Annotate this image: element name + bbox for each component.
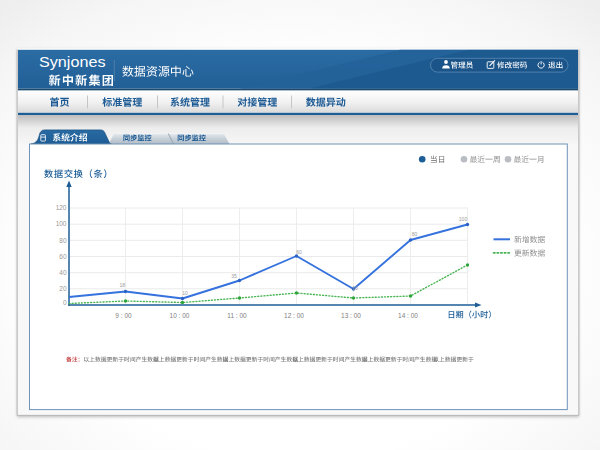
svg-text:80: 80 xyxy=(412,231,418,237)
svg-text:11 : 00: 11 : 00 xyxy=(227,312,247,319)
svg-text:0: 0 xyxy=(63,299,67,306)
svg-text:12 : 00: 12 : 00 xyxy=(284,312,304,319)
svg-text:35: 35 xyxy=(231,273,237,279)
svg-text:40: 40 xyxy=(59,269,67,276)
svg-text:100: 100 xyxy=(459,216,468,222)
svg-text:120: 120 xyxy=(56,204,67,211)
svg-text:60: 60 xyxy=(59,253,67,260)
svg-text:Synjones: Synjones xyxy=(39,54,106,70)
svg-text:10: 10 xyxy=(352,285,358,291)
svg-text:14 : 00: 14 : 00 xyxy=(398,312,418,319)
svg-text:60: 60 xyxy=(296,249,302,255)
svg-text:9 : 00: 9 : 00 xyxy=(115,312,132,319)
svg-text:18: 18 xyxy=(120,282,126,288)
svg-text:20: 20 xyxy=(59,285,67,292)
svg-text:100: 100 xyxy=(56,220,67,227)
svg-text:13 : 00: 13 : 00 xyxy=(341,312,361,319)
svg-text:80: 80 xyxy=(59,237,67,244)
svg-text:10 : 00: 10 : 00 xyxy=(170,312,190,319)
svg-text:10: 10 xyxy=(182,290,188,296)
